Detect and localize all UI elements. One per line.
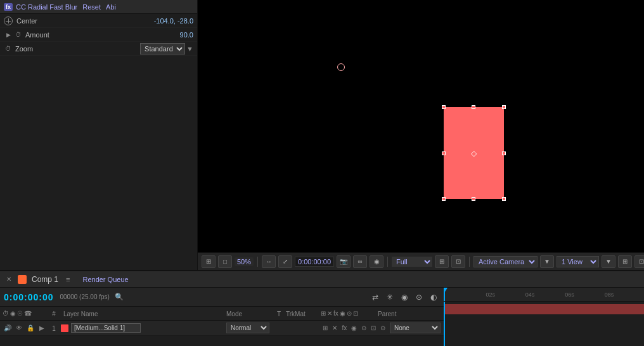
reset-button[interactable]: Reset [82,3,101,11]
view-dropdown[interactable]: 1 View 2 Views [557,256,599,267]
camera-dropdown[interactable]: Active Camera [473,256,538,267]
viewer-timecode[interactable]: 0:00:00:00 [295,257,334,267]
parent-col-header: Parent [378,310,441,317]
t-col-header: T [277,310,286,317]
zoom-stopwatch-icon[interactable]: ⏱ [4,44,13,53]
viewer-grid-button[interactable]: ⊞ [202,255,216,268]
center-prop-name: Center [16,17,154,25]
effects-panel: fx CC Radial Fast Blur Reset Abi Center … [0,0,198,270]
layer-audio-switch[interactable]: 🔊 [3,323,13,333]
comp-tab-name[interactable]: Comp 1 [32,275,58,284]
handle-top-left[interactable] [442,105,446,109]
timeline-tool-2[interactable]: ✳ [383,291,396,304]
view-extra-btn[interactable]: ▼ [602,255,615,268]
zoom-dropdown-arrow: ▼ [186,45,193,53]
quality-dropdown[interactable]: Full Half Quarter [392,257,432,267]
handle-top-right[interactable] [502,105,506,109]
timeline-toolbar: ⇄ ✳ ◉ ⊙ ◐ [369,291,440,304]
layer-icon-5[interactable]: ⊡ [370,323,378,333]
ruler-mark-02s-label: 02s [486,292,525,298]
ruler-mark-08s-label: 08s [605,292,644,298]
fx-badge: fx [4,3,13,11]
comp-menu-icon[interactable]: ≡ [66,276,70,283]
layer-video-switch[interactable]: 👁 [14,323,24,333]
divider-1 [257,257,258,267]
comp-shape-handles: ◇ [444,107,504,199]
handle-bottom-center[interactable] [472,197,475,201]
crosshair-icon [4,16,13,25]
color-button[interactable]: ◉ [370,255,383,268]
layer-mode-dropdown[interactable]: Normal [226,323,269,333]
render-queue-button[interactable]: Render Queue [82,276,128,283]
divider-2 [387,257,388,267]
layer-shy-switch[interactable]: ▶ [37,323,47,333]
timeline-close-btn[interactable]: ✕ [5,276,13,283]
layer-icon-1[interactable]: ⊞ [321,323,329,333]
layer-switches: 🔊 👁 🔒 ▶ [3,323,47,333]
trkmat-col-header: TrkMat [286,310,321,317]
layer-icon-2[interactable]: ✕ [330,323,338,333]
zoom-value[interactable]: 50% [235,257,254,266]
fit-button[interactable]: ↔ [262,255,276,268]
timeline-content: 0:00:00:00 00000 (25.00 fps) 🔍 ⇄ ✳ ◉ ⊙ ◐… [0,288,644,346]
center-prop-value[interactable]: -104.0, -28.0 [154,17,193,25]
amount-prop-value[interactable]: 90.0 [180,31,193,39]
quality-extra-btn[interactable]: ⊞ [435,255,449,268]
about-button[interactable]: Abi [106,3,116,11]
layer-name-input[interactable] [71,323,141,333]
more-btn1[interactable]: ⊞ [618,255,632,268]
viewer-toolbar: ⊞ □ 50% ↔ ⤢ 0:00:00:00 📷 ∞ ◉ Full Half Q… [198,252,644,270]
ruler-mark-04s-label: 04s [525,292,565,298]
shape-center-indicator: ◇ [469,149,478,158]
camera-extra-btn[interactable]: ▼ [540,255,554,268]
handle-bottom-right[interactable] [502,197,506,201]
layer-lock-switch[interactable]: 🔒 [25,323,35,333]
layer-icon-4[interactable]: ⊙ [359,323,368,333]
layer-parent-dropdown[interactable]: None [390,323,441,333]
fps-display: 00000 (25.00 fps) [60,293,110,300]
handle-top-center[interactable] [472,105,475,109]
timeline-tool-1[interactable]: ⇄ [369,291,382,304]
layer-mode-col: Normal [226,323,277,333]
layer-trkmat-col [286,324,321,332]
layer-color-swatch[interactable] [61,324,68,332]
timeline-tool-4[interactable]: ⊙ [413,291,425,304]
zoom-control: 50% [235,257,254,266]
amount-property-row: ▶ ⏱ Amount 90.0 [0,28,197,42]
snapshot-button[interactable]: 📷 [337,255,351,268]
layer-headers: ⏱ ◉ ☉ ☎ # Layer Name Mode T Tr [0,307,444,321]
more-btn2[interactable]: ⊡ [634,255,644,268]
viewer-camera-button[interactable]: □ [218,255,232,268]
layer-fx-icons: ⊞ ✕ fx ◉ ⊙ ⊡ [321,323,378,333]
zoom-dropdown[interactable]: Standard Brightest Darkest [140,43,185,54]
layer-track-bar[interactable] [444,304,644,314]
label-col-header: Layer Name [61,310,226,317]
playhead-triangle [444,288,448,293]
layer-parent-group: ⊙ None [378,323,441,333]
mode-col-header: Mode [226,310,277,317]
amount-expand[interactable]: ▶ [4,30,13,39]
time-display[interactable]: 0:00:00:00 [4,292,54,302]
playhead-indicator [444,288,445,301]
handle-bottom-left[interactable] [442,197,446,201]
ruler-mark-02s [446,292,486,298]
link-button[interactable]: ∞ [353,255,367,268]
track-area [444,302,644,346]
handle-middle-right[interactable] [502,151,506,155]
handle-middle-left[interactable] [442,151,446,155]
layer-icon-3[interactable]: ◉ [350,323,358,333]
timeline-tool-3[interactable]: ◉ [398,291,411,304]
timeline-tool-5[interactable]: ◐ [427,291,440,304]
divider-3 [469,257,470,267]
timeline-header: ✕ Comp 1 ≡ Render Queue [0,271,644,288]
timeline-time-controls: 0:00:00:00 00000 (25.00 fps) 🔍 ⇄ ✳ ◉ ⊙ ◐ [0,288,444,307]
expand-button[interactable]: ⤢ [278,255,292,268]
layer-icon-fx[interactable]: fx [340,323,349,333]
center-property-row: Center -104.0, -28.0 [0,14,197,28]
ruler-mark-06s-label: 06s [565,292,604,298]
parent-link-icon[interactable]: ⊙ [378,323,388,333]
quality-extra-btn2[interactable]: ⊡ [451,255,465,268]
timeline-search-button[interactable]: 🔍 [113,292,125,303]
time-ruler: 02s 04s 06s 08s [444,288,644,302]
amount-stopwatch-icon[interactable]: ⏱ [14,30,23,39]
